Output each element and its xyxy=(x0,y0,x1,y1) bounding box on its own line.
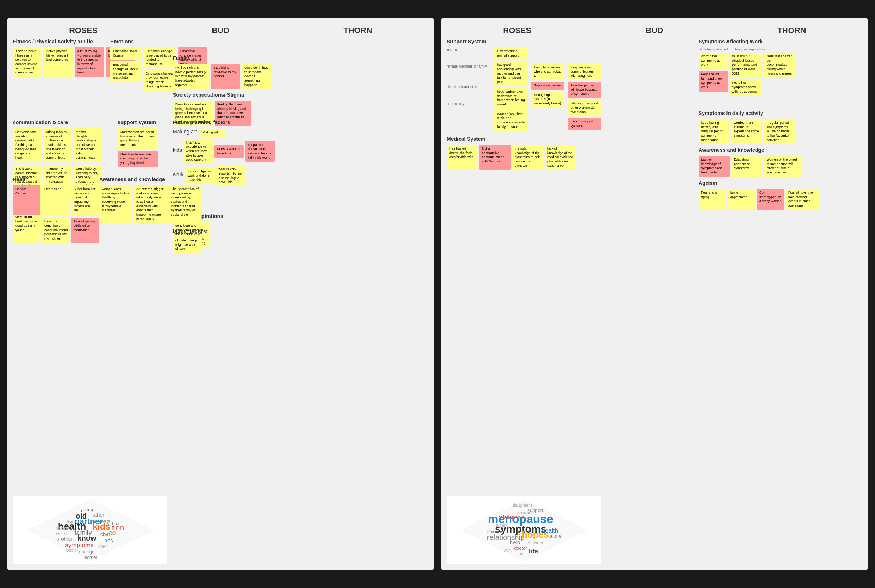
support-right-note-11: Lack of support systems xyxy=(568,118,601,130)
support-system-content: animal female member of family the signi… xyxy=(447,47,697,131)
symptoms-daily-section: Symptoms In daily activity keep having a… xyxy=(698,110,795,144)
support-bud-notes: Has lots of sisters who she can relate t… xyxy=(531,47,564,131)
svg-text:talk: talk xyxy=(517,552,524,556)
family-section: Family I will be rich and have a perfect… xyxy=(173,55,271,89)
ageism-notes: Fear she is aging being appreciated Get … xyxy=(698,189,819,210)
label-animal: animal xyxy=(447,47,491,51)
word-cloud-right-container: Word Cloud daughters around support rela… xyxy=(447,496,601,564)
word-cloud-right: daughters around support relationship me… xyxy=(447,496,601,564)
health-note-2: Depression xyxy=(42,185,69,214)
support-right-note-3: Has lots of sisters who she can relate t… xyxy=(531,64,564,80)
left-bud-header: BUD xyxy=(198,26,243,35)
health-note-6: Fear of getting addicted to medication xyxy=(71,218,99,243)
support-right-note-7: Fear her partner will leave because of s… xyxy=(568,82,601,98)
awareness-left-note-1: women learn about reproductive health by… xyxy=(99,185,132,224)
symptoms-daily-title: Symptoms In daily activity xyxy=(698,110,795,116)
society-title: Society expectations/ Stigma xyxy=(173,92,251,98)
emotion-note-2: Emotional change is perceived to be rela… xyxy=(143,47,176,68)
sd-note-1: keep having activity with irregular peri… xyxy=(698,119,730,144)
svg-text:life: life xyxy=(529,548,538,555)
awareness-right-title: Awareness and knowledge xyxy=(698,147,801,153)
svg-text:Video: Video xyxy=(56,531,67,536)
label-community: community xyxy=(447,102,491,106)
word-cloud-left: young old father all years partner healt… xyxy=(13,496,167,564)
svg-text:Experi: Experi xyxy=(95,544,108,549)
support-left-note-2: Most handsome cute charming muscular you… xyxy=(118,151,158,167)
support-system-left: support system Most women are not at hom… xyxy=(118,119,158,167)
sw-note-4: Fear she will faint and show symptoms at… xyxy=(698,70,728,92)
ageism-note-1: Fear she is aging xyxy=(698,189,726,210)
family-note-3: Once committed to someone doesn't someth… xyxy=(242,64,271,89)
support-right-note-1: Has emotional animal support xyxy=(494,47,528,60)
health-note-1: Cervical Cancer xyxy=(13,185,41,214)
right-roses-header: ROSES xyxy=(495,26,539,35)
awareness-left-note-3: Their perception of menopause is influen… xyxy=(168,185,201,224)
ageism-title: Ageism xyxy=(698,180,819,186)
ms-note-4: lack of knowledge of the medical evidenc… xyxy=(545,145,576,170)
right-thorn-header: THORN xyxy=(770,26,813,35)
svg-text:alone: alone xyxy=(549,533,561,539)
ageism-section: Ageism Fear she is aging being appreciat… xyxy=(698,180,819,210)
ms-note-1: Has trusted doctor she feels comfortable… xyxy=(447,145,478,170)
support-system-left-notes: Most women are not at home when their mu… xyxy=(118,128,158,167)
sd-note-3: Irregular period and symptoms will be ob… xyxy=(764,119,795,144)
bigger-picture-section: bigger picture climate change might be a… xyxy=(173,228,207,253)
family-note-2: Stop being attractive to my partner xyxy=(211,64,240,89)
svg-text:chat: chat xyxy=(101,531,110,537)
emotions-title: Emotions xyxy=(110,39,207,45)
svg-text:change: change xyxy=(79,549,95,555)
future-planning-title: Future planning factors xyxy=(173,119,275,125)
ms-note-3: the right knowledge of the symptoms to h… xyxy=(512,145,543,170)
ageism-note-3: Get stereotyped as a crazy woman xyxy=(756,189,784,210)
bigger-picture-label: bigger picture xyxy=(173,228,207,234)
support-right-note-2: has good relationship with mother and ca… xyxy=(494,61,528,86)
svg-text:Actively: Actively xyxy=(528,540,543,545)
word-cloud-left-svg: young old father all years partner healt… xyxy=(13,496,167,564)
support-thorn-notes: Keep an open communication with daughter… xyxy=(568,47,601,131)
family-title: Family xyxy=(173,55,271,61)
relationship-labels: animal female member of family the signi… xyxy=(447,47,491,131)
awareness-left-notes: women learn about reproductive health by… xyxy=(99,185,201,224)
sw-note-5: Feels like symptoms show with job securi… xyxy=(729,79,762,96)
right-panel-header: ROSES BUD THORN xyxy=(449,26,860,39)
awareness-left-title: Awareness and knowledge xyxy=(99,176,201,182)
svg-text:health: health xyxy=(542,527,558,534)
sw-note-1: won't have symptoms at work xyxy=(698,52,728,69)
family-note-1: I will be rich and have a perfect family… xyxy=(173,64,210,89)
svg-text:around: around xyxy=(496,523,509,527)
ar-note-2: Educating partners on symptoms xyxy=(731,156,762,177)
health-note-4: health is not as good as I am young xyxy=(13,218,41,243)
label-family: female member of family xyxy=(447,64,491,68)
main-container: ROSES BUD THORN Fitness / Physical Activ… xyxy=(8,18,867,570)
right-panel: ROSES BUD THORN Support System animal fe… xyxy=(441,18,867,570)
making-art-label: Making art xyxy=(173,129,197,135)
right-bud-header: BUD xyxy=(632,26,677,35)
medical-system-notes: Has trusted doctor she feels comfortable… xyxy=(447,145,576,170)
svg-text:Yes: Yes xyxy=(105,538,113,543)
kids-note-1: kids (now experience vs when are they ab… xyxy=(183,139,213,164)
support-system-right-title: Support System xyxy=(447,39,697,45)
svg-text:know: know xyxy=(77,534,96,542)
svg-text:mother: mother xyxy=(84,555,97,560)
label-significant-other: the significant other xyxy=(447,85,491,89)
left-roses-header: ROSES xyxy=(62,26,105,35)
medical-system-section: Medical System Has trusted doctor she fe… xyxy=(447,136,576,170)
left-thorn-header: THORN xyxy=(336,26,380,35)
work-note-2: work is very important to me and making … xyxy=(216,165,246,186)
emotion-note-1: Emotional Roller Coaster xyxy=(110,47,141,60)
support-roses-notes: Has emotional animal support has good re… xyxy=(494,47,528,131)
svg-text:work: work xyxy=(503,548,512,552)
emotion-note-4: Emotional change will make me something … xyxy=(110,61,141,82)
ms-note-2: Not a comfortable communication with Doc… xyxy=(479,145,511,170)
support-right-note-9: Strong support systems (not necessarily … xyxy=(531,91,564,108)
kids-note-3: my partner doesn't make sense to bring a… xyxy=(245,141,275,162)
kids-row: kids kids (now experience vs when are th… xyxy=(173,139,275,164)
comm-note-3: mother daughter relationship is one clos… xyxy=(73,128,102,162)
support-right-note-10: Wanting to support other women with symp… xyxy=(568,100,601,116)
ageism-note-2: being appreciated xyxy=(728,189,755,210)
making-art-row: Making art Making art xyxy=(173,128,275,137)
comm-note-2: writing talks to a means of mother - can… xyxy=(43,128,72,162)
health-section: Health Cervical Cancer Depression Suffer… xyxy=(13,176,105,243)
health-title: Health xyxy=(13,176,105,182)
word-cloud-left-container: Word Cloud young old father all years pa… xyxy=(13,496,167,564)
